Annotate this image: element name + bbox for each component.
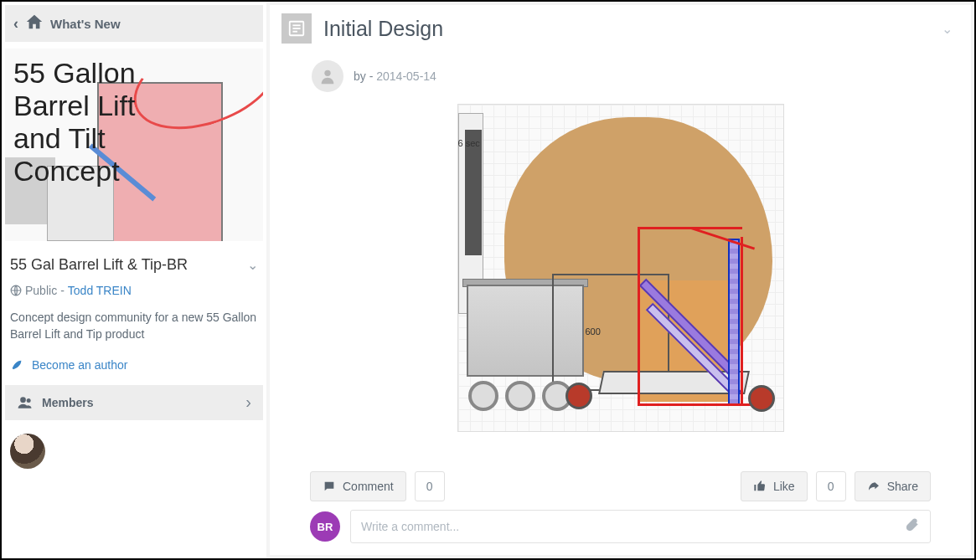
design-image[interactable]: 6 sec <box>457 104 784 432</box>
community-title-row[interactable]: 55 Gal Barrel Lift & Tip-BR ⌄ <box>5 241 263 280</box>
author-avatar[interactable] <box>312 60 343 92</box>
members-label: Members <box>42 396 93 409</box>
current-user-avatar[interactable]: BR <box>310 511 340 542</box>
page-root: ‹ What's New 55 Gallon Barrel Lift and T… <box>0 0 976 560</box>
by-label: by <box>354 69 369 83</box>
share-button[interactable]: Share <box>855 471 931 501</box>
attach-icon[interactable] <box>905 517 920 536</box>
post-title: Initial Design <box>323 17 930 41</box>
whats-new-label: What's New <box>50 17 121 31</box>
caster-icon <box>565 383 592 409</box>
svg-point-1 <box>20 397 26 403</box>
post-header: Initial Design ⌄ <box>270 5 971 52</box>
whats-new-bar[interactable]: ‹ What's New <box>5 5 263 42</box>
sidebar: ‹ What's New 55 Gallon Barrel Lift and T… <box>2 2 266 558</box>
svg-point-2 <box>27 398 31 403</box>
become-author-row[interactable]: Become an author <box>5 353 263 385</box>
comment-placeholder: Write a comment... <box>361 520 459 533</box>
comment-button[interactable]: Comment <box>310 471 406 501</box>
visibility-label: Public <box>25 284 57 297</box>
owner-link[interactable]: Todd TREIN <box>68 284 132 297</box>
comment-count: 0 <box>415 471 445 501</box>
comment-input[interactable]: Write a comment... <box>350 510 931 543</box>
share-icon <box>867 480 880 493</box>
home-icon[interactable] <box>25 13 44 34</box>
wheel-icon <box>468 381 498 411</box>
thumbs-up-icon <box>753 480 767 493</box>
post-byline: by - 2014-05-14 <box>270 52 971 104</box>
community-description: Concept design community for a new 55 Ga… <box>5 301 263 353</box>
wheel-icon <box>505 381 535 411</box>
like-button[interactable]: Like <box>741 471 808 501</box>
main-content: Initial Design ⌄ by - 2014-05-14 <box>266 2 974 558</box>
svg-point-7 <box>324 70 330 76</box>
caster-icon <box>748 385 775 412</box>
comment-composer: BR Write a comment... <box>270 510 971 555</box>
like-count: 0 <box>816 471 846 501</box>
globe-icon <box>10 285 22 296</box>
chevron-right-icon[interactable]: › <box>245 393 251 412</box>
become-author-link[interactable]: Become an author <box>32 358 127 372</box>
post-menu-chevron-icon[interactable]: ⌄ <box>942 21 959 37</box>
members-icon <box>17 394 34 411</box>
post-actions: Comment 0 Like 0 Share <box>270 460 971 510</box>
post-body: 6 sec <box>270 104 971 460</box>
community-meta: Public - Todd TREIN <box>5 280 263 301</box>
member-avatar[interactable] <box>10 434 45 469</box>
chevron-down-icon[interactable]: ⌄ <box>247 257 258 273</box>
post-card: Initial Design ⌄ by - 2014-05-14 <box>270 5 971 555</box>
post-type-icon <box>281 13 312 44</box>
member-avatars <box>5 429 263 474</box>
post-date: 2014-05-14 <box>376 69 436 83</box>
feather-icon <box>10 358 23 372</box>
members-bar[interactable]: Members › <box>5 385 263 420</box>
cover-title: 55 Gallon Barrel Lift and Tilt Concept <box>13 57 256 188</box>
community-title: 55 Gal Barrel Lift & Tip-BR <box>10 256 188 274</box>
community-cover-image: 55 Gallon Barrel Lift and Tilt Concept <box>5 49 263 241</box>
comment-icon <box>323 480 336 493</box>
back-chevron-icon[interactable]: ‹ <box>13 15 18 33</box>
